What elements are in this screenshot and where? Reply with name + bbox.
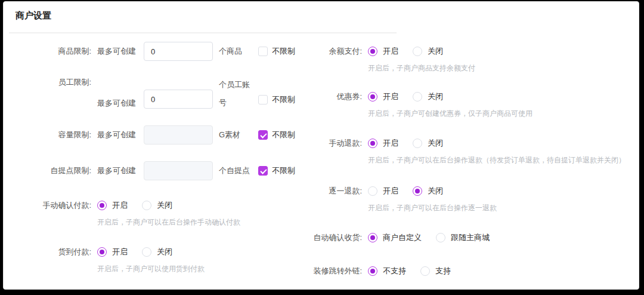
helper-text: 开启后，子商户可以使用货到付款 bbox=[97, 263, 308, 274]
radio-option-on[interactable]: 开启 bbox=[368, 186, 398, 196]
unlimited-checkbox-label[interactable]: 不限制 bbox=[272, 130, 295, 140]
radio-option-on[interactable]: 开启 bbox=[368, 138, 398, 149]
staff-limit-label: 员工限制: bbox=[33, 76, 91, 89]
balance-payment-row: 余额支付: 开启 关闭 bbox=[305, 45, 642, 58]
radio-icon[interactable] bbox=[413, 92, 422, 102]
merchant-settings-panel: 商户设置 商品限制: 最多可创建 个商品 不限制 员工限制: 最多可创建 个员工… bbox=[3, 1, 639, 290]
pickup-point-limit-row: 自提点限制: 最多可创建 个自提点 不限制 bbox=[33, 161, 308, 181]
radio-icon[interactable] bbox=[368, 266, 377, 276]
max-create-prefix: 最多可创建 bbox=[97, 165, 138, 176]
decoration-external-link-row: 装修跳转外链: 不支持 支持 bbox=[305, 265, 642, 278]
radio-option-off[interactable]: 关闭 bbox=[413, 46, 443, 57]
auto-confirm-receipt-row: 自动确认收货: 商户自定义 跟随主商城 bbox=[305, 231, 642, 244]
capacity-limit-label: 容量限制: bbox=[33, 128, 91, 142]
radio-option-off[interactable]: 关闭 bbox=[413, 91, 443, 102]
radio-icon[interactable] bbox=[142, 247, 151, 257]
radio-option-not-supported[interactable]: 不支持 bbox=[368, 266, 406, 276]
manual-refund-row: 手动退款: 开启 关闭 bbox=[305, 137, 642, 150]
radio-option-off[interactable]: 关闭 bbox=[142, 200, 172, 211]
radio-option-off[interactable]: 关闭 bbox=[413, 138, 443, 149]
coupon-label: 优惠券: bbox=[305, 90, 362, 103]
unlimited-checkbox-group[interactable]: 不限制 bbox=[258, 46, 308, 57]
radio-icon[interactable] bbox=[368, 92, 377, 102]
unlimited-checkbox-group[interactable]: 不限制 bbox=[258, 165, 308, 176]
radio-option-follow-main-mall[interactable]: 跟随主商城 bbox=[436, 232, 490, 243]
radio-icon[interactable] bbox=[97, 201, 107, 210]
auto-confirm-receipt-label: 自动确认收货: bbox=[305, 231, 362, 244]
capacity-limit-input[interactable] bbox=[144, 125, 213, 145]
helper-text: 开启后，子商户可以在后台操作逐一退款 bbox=[368, 202, 642, 213]
coupon-row: 优惠券: 开启 关闭 bbox=[305, 90, 642, 103]
radio-icon[interactable] bbox=[97, 247, 107, 257]
product-limit-input[interactable] bbox=[144, 42, 213, 61]
radio-icon[interactable] bbox=[413, 47, 422, 56]
pickup-point-limit-unit: 个自提点 bbox=[219, 165, 252, 177]
radio-option-merchant-custom[interactable]: 商户自定义 bbox=[368, 232, 422, 243]
radio-option-supported[interactable]: 支持 bbox=[420, 266, 451, 276]
manual-refund-label: 手动退款: bbox=[305, 137, 362, 150]
max-create-prefix: 最多可创建 bbox=[97, 98, 138, 109]
radio-option-on[interactable]: 开启 bbox=[368, 91, 398, 102]
page-title: 商户设置 bbox=[16, 10, 51, 21]
radio-option-on[interactable]: 开启 bbox=[368, 46, 398, 57]
manual-confirm-payment-label: 手动确认付款: bbox=[33, 199, 91, 212]
radio-icon[interactable] bbox=[413, 139, 422, 148]
staff-limit-unit: 个员工账号 bbox=[219, 76, 252, 112]
title-divider bbox=[9, 32, 397, 33]
unlimited-checkbox[interactable] bbox=[258, 130, 268, 140]
pickup-point-limit-input[interactable] bbox=[144, 161, 213, 180]
radio-option-off[interactable]: 关闭 bbox=[142, 247, 172, 257]
unlimited-checkbox-label[interactable]: 不限制 bbox=[272, 46, 295, 57]
helper-text: 开启后，子商户可以在后台操作退款（待发货订单退款，待自提订单退款并关闭） bbox=[368, 155, 642, 165]
product-limit-row: 商品限制: 最多可创建 个商品 不限制 bbox=[33, 41, 308, 62]
radio-icon[interactable] bbox=[142, 201, 151, 210]
cod-label: 货到付款: bbox=[33, 245, 91, 259]
radio-icon[interactable] bbox=[436, 233, 445, 242]
max-create-prefix: 最多可创建 bbox=[97, 130, 138, 140]
radio-icon[interactable] bbox=[368, 186, 377, 196]
max-create-prefix: 最多可创建 bbox=[97, 46, 138, 57]
radio-icon[interactable] bbox=[368, 139, 377, 148]
radio-option-off[interactable]: 关闭 bbox=[413, 186, 443, 196]
radio-option-on[interactable]: 开启 bbox=[97, 247, 128, 257]
balance-payment-label: 余额支付: bbox=[305, 45, 362, 58]
product-limit-unit: 个商品 bbox=[219, 45, 252, 57]
unlimited-checkbox[interactable] bbox=[258, 166, 268, 176]
staff-limit-input[interactable] bbox=[144, 90, 213, 109]
unlimited-checkbox-label[interactable]: 不限制 bbox=[272, 94, 295, 105]
radio-icon[interactable] bbox=[420, 266, 430, 276]
helper-text: 开启后，子商户可创建优惠券，仅子商户商品可使用 bbox=[368, 108, 642, 119]
unlimited-checkbox[interactable] bbox=[258, 47, 268, 56]
helper-text: 开启后，子商户可以在后台操作手动确认付款 bbox=[97, 217, 308, 228]
pickup-point-limit-label: 自提点限制: bbox=[33, 164, 91, 177]
cod-row: 货到付款: 开启 关闭 bbox=[33, 245, 308, 259]
staff-limit-row: 员工限制: 最多可创建 个员工账号 不限制 bbox=[33, 76, 308, 112]
right-settings-column: 余额支付: 开启 关闭 开启后，子商户商品支持余额支付 优惠券: 开启 bbox=[305, 36, 642, 278]
single-refund-label: 逐一退款: bbox=[305, 185, 362, 198]
radio-option-on[interactable]: 开启 bbox=[97, 200, 128, 211]
manual-confirm-payment-row: 手动确认付款: 开启 关闭 bbox=[33, 199, 308, 212]
helper-text: 开启后，子商户商品支持余额支付 bbox=[368, 63, 642, 73]
capacity-limit-row: 容量限制: 最多可创建 G素材 不限制 bbox=[33, 125, 308, 145]
unlimited-checkbox-group[interactable]: 不限制 bbox=[258, 94, 308, 105]
decoration-external-link-label: 装修跳转外链: bbox=[305, 265, 362, 278]
product-limit-label: 商品限制: bbox=[33, 45, 91, 58]
left-settings-column: 商品限制: 最多可创建 个商品 不限制 员工限制: 最多可创建 个员工账号 不限… bbox=[33, 36, 308, 274]
radio-icon[interactable] bbox=[368, 47, 377, 56]
unlimited-checkbox[interactable] bbox=[258, 95, 268, 105]
single-refund-row: 逐一退款: 开启 关闭 bbox=[305, 185, 642, 198]
unlimited-checkbox-label[interactable]: 不限制 bbox=[272, 165, 295, 176]
radio-icon[interactable] bbox=[368, 233, 377, 242]
radio-icon[interactable] bbox=[413, 186, 422, 196]
capacity-limit-unit: G素材 bbox=[219, 129, 252, 141]
unlimited-checkbox-group[interactable]: 不限制 bbox=[258, 130, 308, 140]
